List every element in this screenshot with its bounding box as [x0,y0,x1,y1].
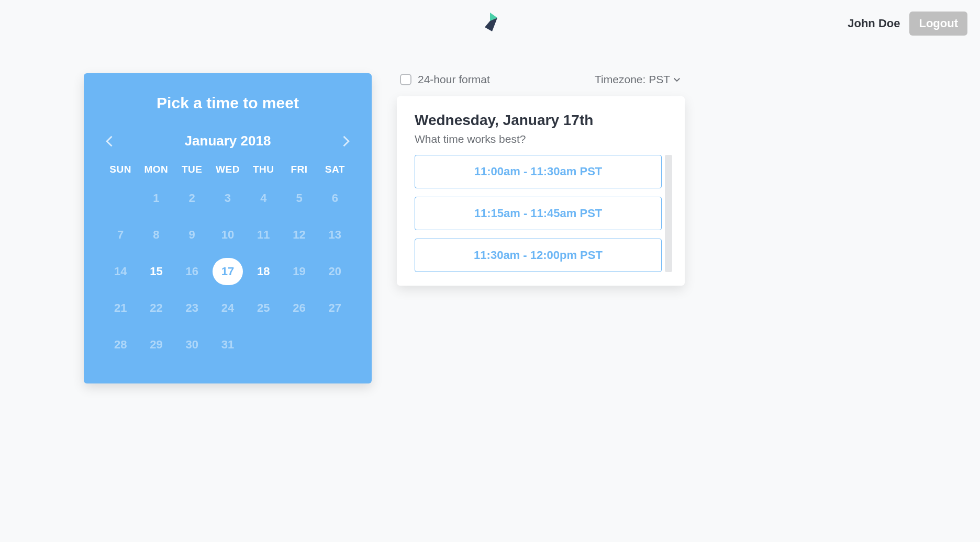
calendar-day: 22 [138,295,174,322]
timeslot-option[interactable]: 11:30am - 12:00pm PST [415,239,662,272]
scrollbar[interactable] [665,155,672,272]
timeslot-option[interactable]: 11:00am - 11:30am PST [415,155,662,188]
brand-logo [480,10,500,38]
calendar-day: 12 [281,221,317,249]
calendar-day: 11 [246,221,281,249]
main-content: Pick a time to meet January 2018 SUNMONT… [0,42,980,383]
logout-button[interactable]: Logout [909,12,967,36]
calendar-grid: SUNMONTUEWEDTHUFRISAT1234567891011121314… [103,164,353,358]
calendar-day: 20 [317,258,353,285]
calendar-day[interactable]: 17 [210,258,246,285]
calendar-day: 26 [281,295,317,322]
calendar-day: 10 [210,221,246,249]
checkbox-icon [400,74,411,85]
calendar-dow: TUE [174,164,210,175]
calendar-day: 19 [281,258,317,285]
user-name: John Doe [848,17,900,30]
calendar-day: 6 [317,185,353,212]
calendar-panel: Pick a time to meet January 2018 SUNMONT… [84,73,372,383]
calendar-dow: FRI [281,164,317,175]
calendar-day: 5 [281,185,317,212]
header-right: John Doe Logout [848,12,967,36]
calendar-day: 9 [174,221,210,249]
next-month-button[interactable] [338,134,353,149]
chevron-left-icon [103,134,117,149]
calendar-day: 30 [174,331,210,358]
calendar-day: 16 [174,258,210,285]
calendar-day: 14 [103,258,138,285]
calendar-day[interactable]: 15 [138,258,174,285]
calendar-day [246,331,281,358]
calendar-day: 21 [103,295,138,322]
calendar-month-label: January 2018 [185,133,271,149]
calendar-day: 23 [174,295,210,322]
calendar-day: 1 [138,185,174,212]
selected-date-heading: Wednesday, January 17th [415,112,672,129]
calendar-day: 7 [103,221,138,249]
timeslot-option[interactable]: 11:15am - 11:45am PST [415,197,662,230]
timezone-select[interactable]: Timezone: PST [595,73,682,86]
24hour-format-toggle[interactable]: 24-hour format [400,73,490,86]
calendar-day: 28 [103,331,138,358]
24hour-format-label: 24-hour format [418,73,490,86]
bird-icon [480,10,500,36]
calendar-day: 27 [317,295,353,322]
calendar-day: 2 [174,185,210,212]
timezone-label: Timezone: PST [595,73,670,86]
chevron-right-icon [338,134,353,149]
calendar-day [281,331,317,358]
timeslots-list: 11:00am - 11:30am PST11:15am - 11:45am P… [415,155,672,272]
prev-month-button[interactable] [103,134,117,149]
calendar-dow: THU [246,164,281,175]
calendar-day [103,185,138,212]
calendar-day: 13 [317,221,353,249]
calendar-day: 31 [210,331,246,358]
calendar-day [317,331,353,358]
calendar-day: 29 [138,331,174,358]
calendar-dow: WED [210,164,246,175]
calendar-day: 8 [138,221,174,249]
right-column: 24-hour format Timezone: PST Wednesday, … [397,73,685,286]
timeslots-subheading: What time works best? [415,133,672,145]
calendar-day: 3 [210,185,246,212]
calendar-nav: January 2018 [103,133,353,149]
calendar-day: 25 [246,295,281,322]
calendar-day: 4 [246,185,281,212]
calendar-dow: SAT [317,164,353,175]
calendar-title: Pick a time to meet [103,94,353,112]
timeslots-panel: Wednesday, January 17th What time works … [397,96,685,286]
calendar-dow: MON [138,164,174,175]
calendar-day[interactable]: 18 [246,258,281,285]
options-row: 24-hour format Timezone: PST [397,73,685,86]
calendar-dow: SUN [103,164,138,175]
header: John Doe Logout [0,0,980,42]
calendar-day: 24 [210,295,246,322]
chevron-down-icon [672,75,682,84]
